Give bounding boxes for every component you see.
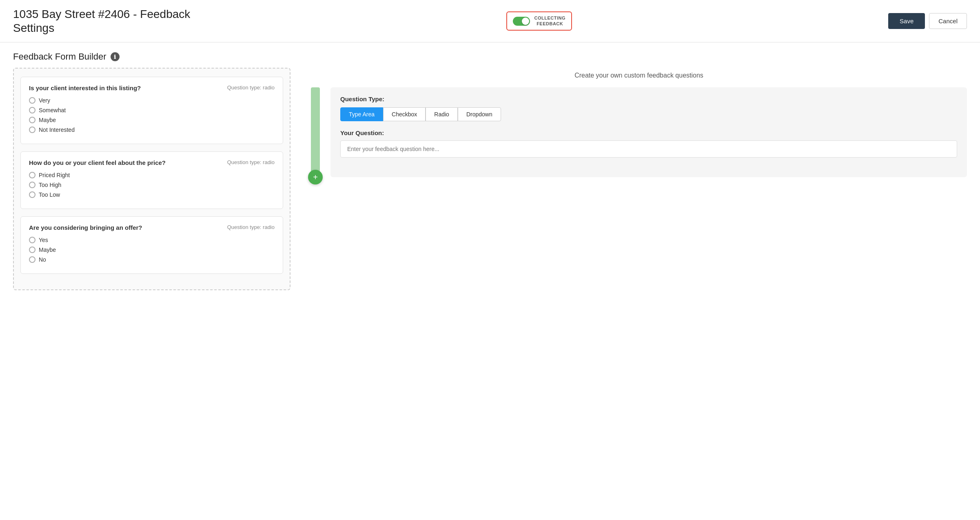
question-1-text: Is your client interested in this listin… bbox=[29, 84, 141, 91]
collecting-feedback-label: COLLECTING FEEDBACK bbox=[534, 16, 565, 26]
collecting-feedback-toggle-box[interactable]: COLLECTING FEEDBACK bbox=[506, 11, 572, 30]
save-button[interactable]: Save bbox=[888, 13, 925, 29]
cancel-button[interactable]: Cancel bbox=[929, 13, 967, 29]
radio-circle[interactable] bbox=[29, 191, 35, 198]
page-header: 1035 Bay Street #2406 - Feedback Setting… bbox=[0, 0, 980, 42]
option-maybe: Maybe bbox=[29, 117, 275, 123]
question-2-header: How do you or your client feel about the… bbox=[29, 159, 275, 166]
create-panel-title: Create your own custom feedback question… bbox=[311, 72, 967, 79]
option-yes: Yes bbox=[29, 237, 275, 243]
question-1-type: Question type: radio bbox=[227, 84, 275, 91]
question-type-heading: Question Type: bbox=[340, 96, 957, 102]
question-3-type: Question type: radio bbox=[227, 224, 275, 230]
option-somewhat: Somewhat bbox=[29, 107, 275, 113]
radio-circle[interactable] bbox=[29, 237, 35, 243]
option-label: Maybe bbox=[39, 247, 56, 253]
option-very: Very bbox=[29, 97, 275, 104]
section-header: Feedback Form Builder ℹ bbox=[0, 42, 980, 68]
option-label: No bbox=[39, 256, 46, 263]
question-2-text: How do you or your client feel about the… bbox=[29, 159, 166, 166]
custom-question-box: Question Type: Type Area Checkbox Radio … bbox=[330, 87, 967, 177]
header-center: COLLECTING FEEDBACK bbox=[506, 11, 572, 30]
option-label: Yes bbox=[39, 237, 48, 243]
question-1-header: Is your client interested in this listin… bbox=[29, 84, 275, 91]
option-label: Very bbox=[39, 97, 50, 104]
form-builder-panel: Is your client interested in this listin… bbox=[13, 68, 290, 290]
radio-circle[interactable] bbox=[29, 117, 35, 123]
radio-circle[interactable] bbox=[29, 107, 35, 113]
question-3-text: Are you considering bringing an offer? bbox=[29, 224, 142, 231]
question-card-2: How do you or your client feel about the… bbox=[20, 151, 283, 209]
option-label: Somewhat bbox=[39, 107, 66, 113]
tab-checkbox[interactable]: Checkbox bbox=[383, 107, 426, 121]
option-too-low: Too Low bbox=[29, 191, 275, 198]
radio-circle[interactable] bbox=[29, 127, 35, 133]
option-label: Not Interested bbox=[39, 127, 75, 133]
radio-circle[interactable] bbox=[29, 256, 35, 263]
option-too-high: Too High bbox=[29, 182, 275, 188]
header-buttons: Save Cancel bbox=[888, 13, 967, 29]
option-label: Priced Right bbox=[39, 172, 70, 178]
option-label: Too High bbox=[39, 182, 61, 188]
radio-circle[interactable] bbox=[29, 97, 35, 104]
radio-circle[interactable] bbox=[29, 172, 35, 178]
info-icon[interactable]: ℹ bbox=[111, 52, 120, 61]
tab-type-area[interactable]: Type Area bbox=[340, 107, 383, 121]
option-label: Maybe bbox=[39, 117, 56, 123]
collecting-feedback-toggle[interactable] bbox=[513, 17, 530, 26]
your-question-heading: Your Question: bbox=[340, 129, 957, 136]
tab-radio[interactable]: Radio bbox=[426, 107, 458, 121]
section-title: Feedback Form Builder bbox=[13, 51, 106, 62]
green-add-bar: + bbox=[311, 87, 320, 177]
question-2-type: Question type: radio bbox=[227, 159, 275, 165]
main-content: Is your client interested in this listin… bbox=[0, 68, 980, 303]
option-not-interested: Not Interested bbox=[29, 127, 275, 133]
question-input[interactable] bbox=[340, 140, 957, 158]
option-maybe-2: Maybe bbox=[29, 247, 275, 253]
question-3-header: Are you considering bringing an offer? Q… bbox=[29, 224, 275, 231]
option-no: No bbox=[29, 256, 275, 263]
right-panel: Create your own custom feedback question… bbox=[290, 68, 967, 290]
add-question-button[interactable]: + bbox=[308, 170, 323, 184]
radio-circle[interactable] bbox=[29, 182, 35, 188]
option-priced-right: Priced Right bbox=[29, 172, 275, 178]
question-card-3: Are you considering bringing an offer? Q… bbox=[20, 216, 283, 274]
question-card-1: Is your client interested in this listin… bbox=[20, 77, 283, 144]
option-label: Too Low bbox=[39, 191, 60, 198]
page-title: 1035 Bay Street #2406 - Feedback Setting… bbox=[13, 7, 190, 35]
tab-dropdown[interactable]: Dropdown bbox=[458, 107, 501, 121]
radio-circle[interactable] bbox=[29, 247, 35, 253]
type-tabs: Type Area Checkbox Radio Dropdown bbox=[340, 107, 957, 121]
